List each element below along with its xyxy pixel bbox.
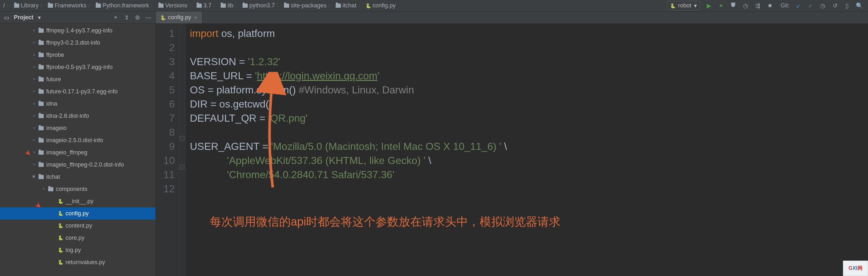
code-area[interactable]: import os, platform VERSION = '1.2.32' B… xyxy=(186,24,868,276)
expand-arrow-icon[interactable]: > xyxy=(32,53,36,57)
breadcrumb-item[interactable]: Library〉 xyxy=(13,2,46,10)
tree-item[interactable]: 🐍returnvalues.py xyxy=(0,256,155,268)
coverage-button[interactable]: ⛊ xyxy=(730,2,737,9)
project-tree[interactable]: >ffmpeg-1.4-py3.7.egg-info>ffmpy3-0.2.3.… xyxy=(0,24,156,276)
breadcrumb-item[interactable]: Frameworks〉 xyxy=(46,2,94,10)
breadcrumb-item[interactable]: Python.framework〉 xyxy=(94,2,156,10)
line-number: 10 xyxy=(156,153,175,168)
expand-arrow-icon[interactable]: > xyxy=(32,89,36,94)
breadcrumb-item[interactable]: python3.7〉 xyxy=(241,2,282,10)
breadcrumb-root[interactable]: /〉 xyxy=(2,2,12,10)
attach-button[interactable]: ⇶ xyxy=(754,2,761,9)
tree-item[interactable]: >ffmpeg-1.4-py3.7.egg-info xyxy=(0,24,155,37)
project-panel-title[interactable]: Project xyxy=(14,14,33,21)
folder-icon xyxy=(196,3,202,8)
folder-icon xyxy=(96,3,101,8)
python-file-icon: 🐍 xyxy=(58,235,63,240)
watermark: GXl网 xyxy=(843,261,868,276)
gear-icon[interactable]: ⚙ xyxy=(134,14,141,21)
breadcrumb-item[interactable]: 🐍config.py xyxy=(364,2,397,10)
ide-root: /〉 Library〉 Frameworks〉 Python.framework… xyxy=(0,0,868,276)
git-update-button[interactable]: ↙ xyxy=(795,2,802,9)
tree-item[interactable]: >future xyxy=(0,73,155,85)
tree-item[interactable]: >imageio_ffmpeg-0.2.0.dist-info xyxy=(0,159,155,171)
folder-icon xyxy=(38,77,44,81)
tree-item-label: ffprobe-0.5-py3.7.egg-info xyxy=(46,64,113,71)
expand-arrow-icon[interactable]: > xyxy=(32,138,36,142)
expand-arrow-icon[interactable]: > xyxy=(42,187,45,191)
breadcrumb-item[interactable]: lib〉 xyxy=(219,2,241,10)
python-file-icon: 🐍 xyxy=(160,15,165,20)
close-icon[interactable]: ✕ xyxy=(194,15,197,20)
run-config-label: robot xyxy=(678,2,691,9)
tree-item[interactable]: >idna xyxy=(0,98,155,110)
tree-item[interactable]: >ffprobe xyxy=(0,49,155,61)
tab-label: config.py xyxy=(168,14,191,21)
expand-arrow-icon[interactable]: > xyxy=(32,162,36,167)
editor-tab[interactable]: 🐍 config.py ✕ xyxy=(156,11,203,24)
expand-arrow-icon[interactable]: > xyxy=(32,101,36,106)
tree-item-label: future xyxy=(46,76,61,83)
expand-arrow-icon[interactable]: > xyxy=(32,40,36,45)
breadcrumb-item[interactable]: itchat〉 xyxy=(334,2,364,10)
expand-arrow-icon[interactable]: ▶ xyxy=(32,175,36,179)
tree-item[interactable]: 🐍config.py xyxy=(0,207,155,219)
fold-handle[interactable]: − xyxy=(180,165,184,169)
chevron-down-icon: ▾ xyxy=(694,2,697,9)
hide-panel-button[interactable]: — xyxy=(145,14,152,21)
run-config-selector[interactable]: 🐍 robot ▾ xyxy=(667,1,700,10)
tree-item-label: imageio_ffmpeg xyxy=(46,149,87,156)
python-file-icon: 🐍 xyxy=(366,3,371,8)
annotation-text: 每次调用微信的api时都会将这个参数放在请求头中，模拟浏览器请求 xyxy=(210,215,561,229)
tree-item-label: core.py xyxy=(65,235,85,241)
secondary-toolbar: ▭ Project ▾ ⌖ ⇕ ⚙ — 🐍 config.py ✕ xyxy=(0,11,868,24)
tree-item[interactable]: ▶itchat xyxy=(0,171,155,183)
breadcrumb-item[interactable]: site-packages〉 xyxy=(283,2,334,10)
expand-all-button[interactable]: ⇕ xyxy=(123,14,130,21)
python-file-icon: 🐍 xyxy=(58,247,63,252)
top-toolbar: /〉 Library〉 Frameworks〉 Python.framework… xyxy=(0,0,868,11)
git-history-button[interactable]: ◷ xyxy=(819,2,826,9)
breadcrumb: /〉 Library〉 Frameworks〉 Python.framework… xyxy=(2,2,667,10)
toolbar-right: 🐍 robot ▾ ▶ ✶ ⛊ ◷ ⇶ ■ Git: ↙ ✓ ◷ ↺ ▯ 🔍 xyxy=(667,1,866,10)
tree-item[interactable]: >idna-2.8.dist-info xyxy=(0,110,155,122)
line-number: 2 xyxy=(156,40,175,55)
tree-item[interactable]: >imageio xyxy=(0,122,155,134)
run-button[interactable]: ▶ xyxy=(706,2,713,9)
tree-item[interactable]: >imageio_ffmpeg xyxy=(0,146,155,159)
tree-item[interactable]: >imageio-2.5.0.dist-info xyxy=(0,134,155,146)
expand-arrow-icon[interactable]: > xyxy=(32,126,36,130)
project-panel-icon[interactable]: ▭ xyxy=(4,14,9,21)
breadcrumb-item[interactable]: Versions〉 xyxy=(157,2,195,10)
search-button[interactable]: 🔍 xyxy=(856,2,863,9)
tree-item-label: ffprobe xyxy=(46,52,64,59)
stop-button[interactable]: ■ xyxy=(767,2,774,9)
expand-arrow-icon[interactable]: > xyxy=(32,65,36,69)
expand-arrow-icon[interactable]: > xyxy=(32,28,36,33)
python-file-icon: 🐍 xyxy=(58,199,63,204)
editor[interactable]: 123456789101112 − − import os, platform … xyxy=(156,24,868,276)
line-number: 6 xyxy=(156,97,175,111)
folder-icon xyxy=(38,29,44,33)
select-opened-file-button[interactable]: ⌖ xyxy=(113,14,119,21)
profile-button[interactable]: ◷ xyxy=(742,2,749,9)
git-commit-button[interactable]: ✓ xyxy=(807,2,814,9)
breadcrumb-item[interactable]: 3.7〉 xyxy=(195,2,219,10)
expand-arrow-icon[interactable]: > xyxy=(32,77,36,81)
debug-button[interactable]: ✶ xyxy=(718,2,725,9)
tree-item[interactable]: 🐍__init__.py xyxy=(0,195,155,207)
fold-handle[interactable]: − xyxy=(180,136,184,141)
tree-item-label: config.py xyxy=(65,210,89,217)
tree-item[interactable]: >ffprobe-0.5-py3.7.egg-info xyxy=(0,61,155,73)
tree-item[interactable]: 🐍core.py xyxy=(0,232,155,244)
tree-item[interactable]: 🐍log.py xyxy=(0,244,155,256)
chevron-down-icon[interactable]: ▾ xyxy=(38,14,41,21)
tree-item[interactable]: 🐍content.py xyxy=(0,219,155,232)
tree-item[interactable]: >components xyxy=(0,183,155,195)
tree-item-label: ffmpeg-1.4-py3.7.egg-info xyxy=(46,27,113,34)
tree-item[interactable]: >ffmpy3-0.2.3.dist-info xyxy=(0,37,155,49)
expand-arrow-icon[interactable]: > xyxy=(32,114,36,118)
line-number: 11 xyxy=(156,168,175,182)
tree-item[interactable]: >future-0.17.1-py3.7.egg-info xyxy=(0,85,155,98)
git-revert-button[interactable]: ↺ xyxy=(831,2,838,9)
